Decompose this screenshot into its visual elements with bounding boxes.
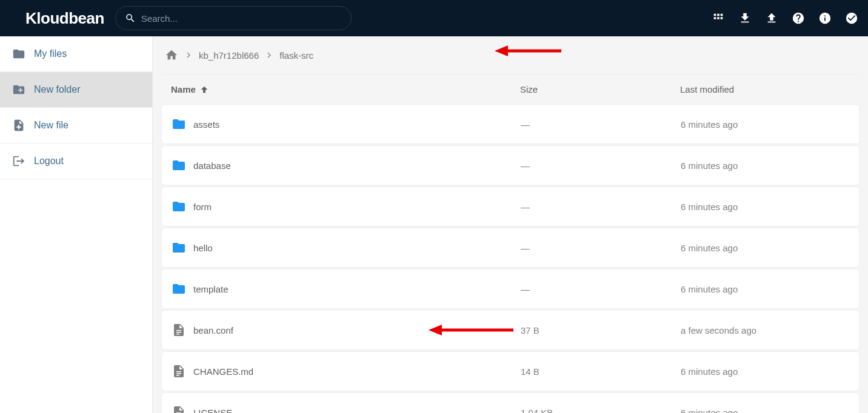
help-icon[interactable] (792, 12, 805, 25)
chevron-right-icon (264, 50, 275, 61)
table-row[interactable]: form—6 minutes ago (161, 187, 860, 226)
breadcrumb-item[interactable]: kb_h7r12bl666 (199, 50, 259, 61)
home-icon[interactable] (165, 48, 178, 62)
cloud-icon (10, 10, 27, 27)
sidebar-item-label: New folder (34, 84, 80, 95)
row-icon (172, 199, 193, 214)
check-icon[interactable] (845, 12, 858, 25)
file-size: — (521, 284, 681, 294)
app-header: Kloudbean (0, 0, 868, 36)
folder-icon (172, 199, 186, 214)
file-name: database (193, 160, 521, 171)
folder-icon (172, 117, 186, 131)
search-container (115, 6, 352, 30)
file-icon (172, 323, 186, 337)
file-modified: 6 minutes ago (681, 408, 849, 414)
sidebar-item-myfiles[interactable]: My files (0, 36, 152, 72)
upload-icon[interactable] (765, 12, 778, 25)
column-modified[interactable]: Last modified (680, 84, 850, 94)
row-icon (172, 117, 193, 131)
chevron-right-icon (183, 50, 194, 61)
sidebar: My files New folder New file Logout (0, 36, 153, 413)
file-size: — (521, 202, 681, 212)
file-plus-icon (12, 119, 25, 132)
column-label: Name (171, 84, 196, 94)
table-row[interactable]: template—6 minutes ago (161, 269, 860, 309)
file-modified: a few seconds ago (681, 325, 849, 335)
main-container: My files New folder New file Logout kb_h… (0, 36, 868, 413)
file-icon (172, 364, 186, 378)
table-row[interactable]: database—6 minutes ago (161, 145, 860, 185)
table-header: Name Size Last modified (161, 74, 860, 104)
row-icon (172, 405, 193, 413)
file-name: form (193, 202, 521, 212)
svg-marker-3 (429, 325, 442, 335)
search-icon (125, 13, 136, 24)
svg-marker-1 (495, 45, 508, 56)
file-size: 1.04 KB (521, 408, 681, 414)
sort-asc-icon (199, 85, 209, 94)
file-icon (172, 405, 186, 413)
file-list: assets—6 minutes agodatabase—6 minutes a… (161, 104, 860, 413)
file-name: CHANGES.md (193, 366, 521, 377)
file-modified: 6 minutes ago (681, 119, 849, 130)
folder-plus-icon (12, 83, 25, 96)
grid-icon[interactable] (712, 12, 725, 25)
info-icon[interactable] (818, 12, 832, 25)
file-size: 14 B (521, 366, 681, 377)
table-row[interactable]: assets—6 minutes ago (161, 104, 860, 144)
column-name[interactable]: Name (171, 84, 520, 94)
folder-icon (172, 158, 186, 173)
file-size: — (521, 243, 681, 253)
logo: Kloudbean (10, 9, 104, 28)
file-size: — (521, 119, 681, 130)
row-icon (172, 240, 193, 255)
table-row[interactable]: LICENSE1.04 KB6 minutes ago (161, 392, 860, 413)
breadcrumb: kb_h7r12bl666 flask-src (161, 36, 860, 74)
row-icon (172, 158, 193, 173)
file-modified: 6 minutes ago (681, 366, 849, 377)
folder-icon (12, 47, 25, 61)
table-row[interactable]: hello—6 minutes ago (161, 228, 860, 268)
file-size: 37 B (521, 325, 681, 335)
row-icon (172, 364, 193, 378)
sidebar-item-label: Logout (34, 156, 64, 167)
folder-icon (172, 240, 186, 255)
header-actions (712, 12, 858, 25)
logout-icon (12, 154, 25, 168)
download-icon[interactable] (738, 12, 752, 25)
folder-icon (172, 282, 186, 296)
sidebar-item-label: New file (34, 120, 68, 131)
file-name: LICENSE (193, 408, 521, 414)
annotation-arrow-icon (495, 42, 561, 59)
file-modified: 6 minutes ago (681, 202, 849, 212)
table-row[interactable]: bean.conf37 Ba few seconds ago (161, 310, 860, 350)
sidebar-item-logout[interactable]: Logout (0, 144, 152, 179)
sidebar-item-newfile[interactable]: New file (0, 108, 152, 144)
sidebar-item-newfolder[interactable]: New folder (0, 72, 152, 108)
column-size[interactable]: Size (520, 84, 680, 94)
file-size: — (521, 160, 681, 171)
row-icon (172, 323, 193, 337)
logo-text: Kloudbean (25, 9, 104, 28)
breadcrumb-item[interactable]: flask-src (279, 50, 313, 61)
file-name: assets (193, 119, 521, 130)
file-modified: 6 minutes ago (681, 160, 849, 171)
row-icon (172, 282, 193, 296)
file-name: template (193, 284, 521, 294)
sidebar-item-label: My files (34, 48, 67, 59)
file-name: hello (193, 243, 521, 253)
file-modified: 6 minutes ago (681, 243, 849, 253)
file-modified: 6 minutes ago (681, 284, 849, 294)
search-input[interactable] (115, 6, 352, 30)
annotation-arrow-icon (429, 322, 513, 339)
table-row[interactable]: CHANGES.md14 B6 minutes ago (161, 351, 860, 391)
main-panel: kb_h7r12bl666 flask-src Name Size Last m… (153, 36, 868, 413)
